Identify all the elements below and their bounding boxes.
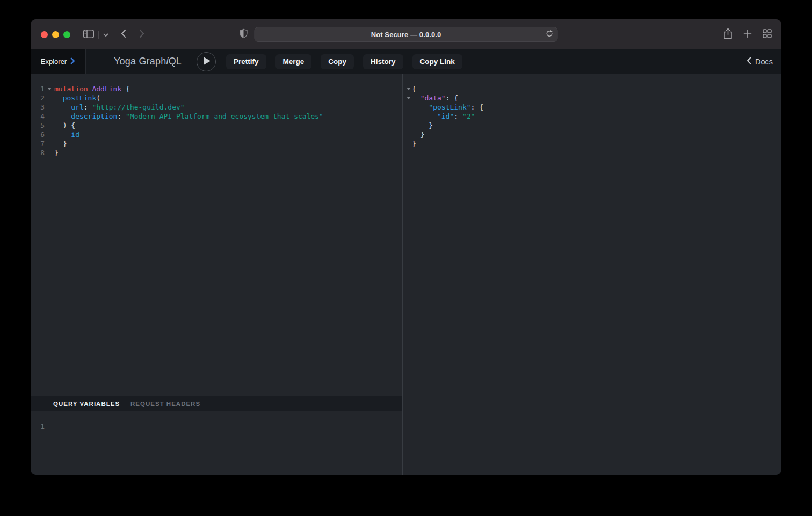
code-line[interactable]: "postLink": { [403,103,781,112]
code-text: } [412,130,424,139]
code-line[interactable]: "id": "2" [403,112,781,121]
line-number: 2 [31,93,45,103]
code-line[interactable]: 4 description: "Modern API Platform and … [31,112,402,121]
code-text: "id": "2" [412,112,475,121]
new-tab-button[interactable] [743,30,752,40]
chrome-right-controls [723,19,772,49]
grid-icon [763,29,772,40]
code-line[interactable]: 8} [31,148,402,157]
content-area: 1mutation AddLink {2 postLink(3 url: "ht… [31,74,781,475]
code-line[interactable]: 1 [31,422,402,431]
fold-spacer [45,112,54,121]
code-text: } [54,148,59,157]
line-number: 8 [31,148,45,157]
fold-spacer [45,103,54,112]
forward-button[interactable] [139,29,145,40]
browser-toolbar: Not Secure — 0.0.0.0 [31,19,781,49]
sidebar-control-group [83,30,108,40]
fold-spacer [405,112,412,121]
fold-spacer [45,148,54,157]
line-number: 7 [31,139,45,148]
address-bar[interactable]: Not Secure — 0.0.0.0 [255,27,558,42]
prettify-button[interactable]: Prettify [226,54,266,69]
tab-request-headers[interactable]: REQUEST HEADERS [130,401,200,407]
fold-spacer [405,103,412,112]
divider [98,31,99,39]
code-line[interactable]: 5 ) { [31,121,402,130]
chevron-right-icon [139,29,145,40]
tab-overview-button[interactable] [763,29,772,40]
code-text: } [54,139,67,148]
history-button[interactable]: History [363,54,403,69]
code-line[interactable]: 6 id [31,130,402,139]
code-text: } [412,121,433,130]
minimize-window-button[interactable] [52,31,59,38]
chevron-right-icon [70,57,75,67]
chevron-left-icon [120,29,126,40]
chevron-left-icon [746,57,751,66]
code-text: "data": { [412,93,458,103]
tab-query-variables[interactable]: QUERY VARIABLES [53,401,120,407]
sidebar-toggle-button[interactable] [83,30,94,40]
privacy-report-button[interactable] [240,29,248,40]
sidebar-icon [83,30,94,40]
graphiql-toolbar: Explorer Yoga GraphiQL Prettify Merge [31,49,781,74]
address-bar-text: Not Secure — 0.0.0.0 [371,31,441,39]
line-number: 1 [31,422,45,431]
code-line[interactable]: 7 } [31,139,402,148]
code-text: id [54,130,79,139]
plus-icon [743,30,752,40]
shield-icon [240,29,248,40]
code-text: } [412,139,416,148]
fold-spacer [45,93,54,103]
code-text: "postLink": { [412,103,483,112]
code-line[interactable]: 3 url: "http://the-guild.dev" [31,103,402,112]
share-button[interactable] [723,28,733,41]
code-line[interactable]: { [403,84,781,93]
reload-icon [546,30,554,39]
docs-button[interactable]: Docs [746,57,773,66]
fold-spacer [405,130,412,139]
close-window-button[interactable] [41,31,48,38]
fold-arrow-icon[interactable] [45,84,54,93]
line-number: 6 [31,130,45,139]
fold-arrow-icon[interactable] [405,84,412,93]
chevron-down-icon [103,31,108,39]
left-pane: 1mutation AddLink {2 postLink(3 url: "ht… [31,74,402,475]
code-line[interactable]: } [403,130,781,139]
code-text: url: "http://the-guild.dev" [54,103,185,112]
fold-spacer [45,121,54,130]
fold-spacer [405,139,412,148]
response-viewer[interactable]: { "data": { "postLink": { "id": "2" } }} [403,74,781,475]
fold-arrow-icon[interactable] [405,93,412,103]
line-number: 3 [31,103,45,112]
zoom-window-button[interactable] [63,31,70,38]
copy-button[interactable]: Copy [321,54,354,69]
merge-button[interactable]: Merge [276,54,312,69]
reload-button[interactable] [546,30,554,39]
page-title: Yoga GraphiQL [114,56,182,67]
sidebar-dropdown-button[interactable] [103,31,108,39]
line-number: 5 [31,121,45,130]
traffic-lights [41,31,70,38]
code-line[interactable]: 1mutation AddLink { [31,84,402,93]
code-text: mutation AddLink { [54,84,130,93]
toolbar-buttons: Prettify Merge Copy History Copy Link [226,54,462,69]
copy-link-button[interactable]: Copy Link [412,54,462,69]
explorer-toggle[interactable]: Explorer [31,49,86,74]
code-text: ) { [54,121,75,130]
code-line[interactable]: "data": { [403,93,781,103]
back-button[interactable] [120,29,126,40]
desktop-background: Not Secure — 0.0.0.0 [0,0,812,516]
line-number: 1 [31,84,45,93]
code-line[interactable]: } [403,139,781,148]
code-line[interactable]: } [403,121,781,130]
fold-spacer [45,130,54,139]
code-line[interactable]: 2 postLink( [31,93,402,103]
query-variables-editor[interactable]: 1 [31,411,402,475]
execute-query-button[interactable] [197,52,216,71]
code-text: { [412,84,416,93]
browser-window: Not Secure — 0.0.0.0 [31,19,781,475]
code-text: postLink( [54,93,100,103]
query-editor[interactable]: 1mutation AddLink {2 postLink(3 url: "ht… [31,74,402,396]
